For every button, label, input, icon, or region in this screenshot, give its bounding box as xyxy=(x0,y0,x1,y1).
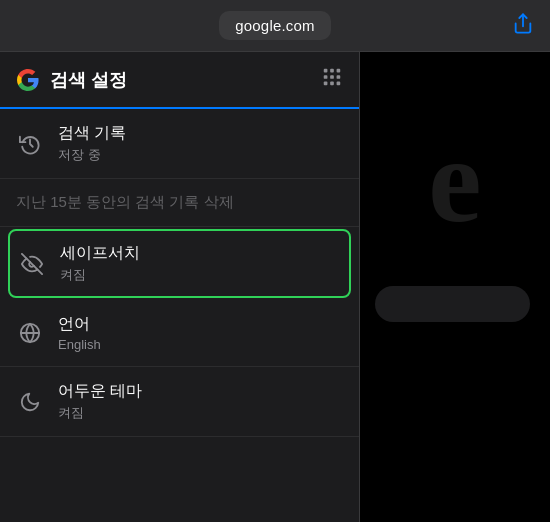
language-icon xyxy=(16,319,44,347)
dark-theme-title: 어두운 테마 xyxy=(58,381,142,402)
svg-rect-9 xyxy=(337,82,341,86)
search-history-title: 검색 기록 xyxy=(58,123,126,144)
delete-15min-text: 지난 15분 동안의 검색 기록 삭제 xyxy=(16,193,234,210)
list-item[interactable]: 지난 15분 동안의 검색 기록 삭제 xyxy=(0,179,359,227)
menu-header: 검색 설정 xyxy=(0,52,359,109)
dark-theme-subtitle: 켜짐 xyxy=(58,404,142,422)
share-button[interactable] xyxy=(512,12,534,39)
menu-panel: 검색 설정 xyxy=(0,52,360,522)
url-bar[interactable]: google.com xyxy=(219,11,331,40)
history-icon xyxy=(16,130,44,158)
list-item[interactable]: 검색 기록 저장 중 xyxy=(0,109,359,179)
right-panel: e xyxy=(360,52,550,522)
svg-rect-3 xyxy=(337,69,341,73)
language-subtitle: English xyxy=(58,337,101,352)
safesearch-title: 세이프서치 xyxy=(60,243,140,264)
browser-chrome: google.com xyxy=(0,0,550,52)
svg-rect-6 xyxy=(337,75,341,79)
google-logo-icon xyxy=(16,68,40,92)
safesearch-icon xyxy=(18,250,46,278)
grid-icon[interactable] xyxy=(321,66,343,93)
search-bar[interactable] xyxy=(375,286,530,322)
language-title: 언어 xyxy=(58,314,101,335)
google-watermark: e xyxy=(428,112,481,250)
svg-rect-4 xyxy=(324,75,328,79)
svg-rect-5 xyxy=(330,75,334,79)
svg-rect-7 xyxy=(324,82,328,86)
safesearch-subtitle: 켜짐 xyxy=(60,266,140,284)
moon-icon xyxy=(16,388,44,416)
list-item[interactable]: 어두운 테마 켜짐 xyxy=(0,367,359,437)
list-item[interactable]: 언어 English xyxy=(0,300,359,367)
search-history-subtitle: 저장 중 xyxy=(58,146,126,164)
svg-rect-8 xyxy=(330,82,334,86)
menu-header-title: 검색 설정 xyxy=(50,68,127,92)
svg-rect-2 xyxy=(330,69,334,73)
svg-rect-1 xyxy=(324,69,328,73)
list-item[interactable]: 세이프서치 켜짐 xyxy=(8,229,351,298)
